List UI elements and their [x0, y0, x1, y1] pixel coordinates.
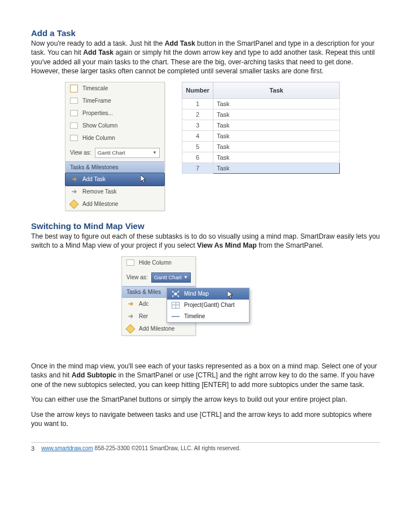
view-as-label: View as:	[126, 274, 148, 280]
frame-icon	[126, 259, 134, 267]
add-icon: ➔	[126, 300, 134, 308]
label: Adc	[139, 301, 148, 307]
frame-icon	[70, 109, 78, 117]
label: Add Task	[82, 176, 106, 182]
page-footer: 3 www.smartdraw.com 858-225-3300 ©2011 S…	[31, 445, 380, 452]
heading-mind-map: Switching to Mind Map View	[31, 221, 380, 231]
label: Add Milestone	[139, 326, 174, 332]
add-task-button[interactable]: ➔ Add Task	[65, 173, 165, 186]
chevron-down-icon: ▼	[152, 150, 157, 155]
view-option-gantt[interactable]: Project(Gantt) Chart	[167, 300, 249, 311]
table-row[interactable]: 6Task	[182, 152, 340, 162]
panel-section-header: Tasks & Milestones	[65, 161, 164, 173]
view-as-row: View as: Gantt Chart ▼	[65, 144, 164, 161]
menu-item-timescale[interactable]: Timescale	[65, 82, 164, 95]
remove-task-button[interactable]: ➔ Remove Task	[65, 186, 164, 198]
frame-icon	[70, 134, 78, 142]
paragraph-navigate: Use the arrow keys to navigate between t…	[31, 410, 380, 429]
table-row[interactable]: 3Task	[182, 120, 340, 130]
text: 858-225-3300 ©2011 SmartDraw, LLC. All r…	[93, 445, 241, 451]
milestone-icon	[126, 325, 134, 333]
view-as-menu: Mind Map Project(Gantt) Chart Timeline	[167, 288, 250, 323]
chevron-down-icon: ▼	[183, 275, 188, 280]
doc-icon	[70, 85, 78, 93]
label: Hide Column	[139, 260, 172, 266]
footer-text: www.smartdraw.com 858-225-3300 ©2011 Sma…	[41, 445, 241, 451]
cursor-icon	[141, 175, 147, 184]
paragraph-arrow-keys: You can either use the SmartPanel button…	[31, 395, 380, 404]
label: Timescale	[82, 85, 108, 91]
cursor-icon	[228, 291, 234, 300]
page-number: 3	[31, 445, 34, 452]
footer-link[interactable]: www.smartdraw.com	[41, 445, 93, 451]
dropdown-value: Gantt Chart	[154, 274, 182, 280]
label: Rer	[139, 313, 148, 319]
text-strong: Add Task	[165, 39, 195, 47]
paragraph-subtopic: Once in the mind map view, you'll see ea…	[31, 362, 380, 389]
col-number: Number	[182, 82, 213, 98]
screenshot-add-task: Timescale TimeFrame Properties... Show C…	[65, 82, 380, 211]
timeline-icon	[172, 313, 180, 320]
mindmap-icon	[172, 291, 180, 297]
menu-item-timeframe[interactable]: TimeFrame	[65, 95, 164, 107]
view-as-label: View as:	[70, 150, 91, 156]
task-table: Number Task 1Task 2Task 3Task 4Task 5Tas…	[182, 82, 340, 174]
label: Hide Column	[82, 135, 115, 141]
view-option-timeline[interactable]: Timeline	[167, 311, 249, 322]
menu-item-hide-column[interactable]: Hide Column	[65, 132, 164, 144]
label: Project(Gantt) Chart	[184, 302, 234, 308]
label: TimeFrame	[82, 98, 111, 104]
label: Add Milestone	[82, 201, 118, 207]
table-row-selected[interactable]: 7Task	[182, 162, 340, 173]
table-row[interactable]: 1Task	[182, 98, 340, 109]
text-strong: Add Subtopic	[72, 371, 116, 379]
table-row[interactable]: 2Task	[182, 109, 340, 120]
text: from the SmartPanel.	[257, 241, 324, 249]
dropdown-value: Gantt Chart	[98, 150, 125, 156]
remove-icon: ➔	[126, 313, 134, 320]
table-header-row: Number Task	[182, 82, 340, 98]
screenshot-view-as: Hide Column View as: Gantt Chart ▼ Tasks…	[121, 256, 380, 355]
label: Properties...	[82, 110, 113, 116]
heading-add-task: Add a Task	[31, 28, 380, 38]
menu-item-hide-column[interactable]: Hide Column	[122, 257, 195, 269]
frame-icon	[70, 122, 78, 130]
label: Mind Map	[184, 291, 209, 297]
add-milestone-button[interactable]: Add Milestone	[122, 323, 195, 335]
add-icon: ➔	[70, 175, 78, 183]
table-row[interactable]: 4Task	[182, 130, 340, 141]
menu-item-show-column[interactable]: Show Column	[65, 120, 164, 132]
label: Timeline	[184, 313, 205, 319]
col-task: Task	[213, 82, 340, 98]
gantt-icon	[172, 302, 180, 309]
paragraph-add-task: Now you're ready to add a task. Just hit…	[31, 39, 380, 76]
text-strong: View As Mind Map	[197, 241, 257, 249]
milestone-icon	[70, 200, 78, 208]
view-as-dropdown-open[interactable]: Gantt Chart ▼	[151, 272, 191, 283]
paragraph-mind-map: The best way to figure out each of these…	[31, 232, 380, 250]
text-strong: Add Task	[83, 49, 113, 56]
view-as-row: View as: Gantt Chart ▼	[122, 269, 195, 286]
table-row[interactable]: 5Task	[182, 141, 340, 152]
view-as-dropdown[interactable]: Gantt Chart ▼	[95, 148, 160, 158]
label: Remove Task	[82, 188, 116, 195]
view-option-mind-map[interactable]: Mind Map	[167, 288, 249, 300]
menu-item-properties[interactable]: Properties...	[65, 107, 164, 120]
label: Show Column	[82, 122, 117, 129]
text: Now you're ready to add a task. Just hit…	[31, 39, 165, 47]
frame-icon	[70, 97, 78, 105]
remove-icon: ➔	[70, 188, 78, 196]
smartpanel: Timescale TimeFrame Properties... Show C…	[65, 82, 165, 211]
document-page: Add a Task Now you're ready to add a tas…	[0, 0, 411, 532]
add-milestone-button[interactable]: Add Milestone	[65, 198, 164, 210]
